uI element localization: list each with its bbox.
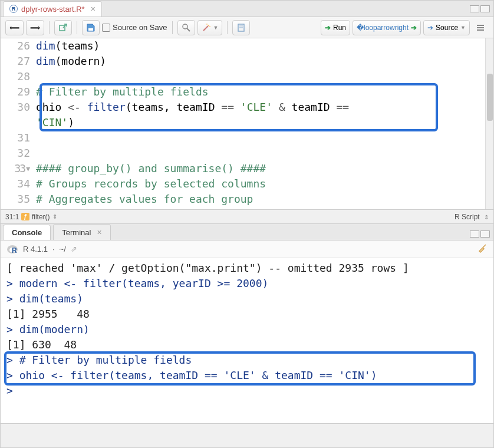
scrollbar-thumb[interactable] bbox=[487, 74, 493, 121]
console-output[interactable]: [ reached 'max' / getOption("max.print")… bbox=[1, 258, 493, 423]
console-line: [ reached 'max' / getOption("max.print")… bbox=[6, 261, 488, 276]
toolbar-separator bbox=[172, 21, 173, 34]
svg-point-6 bbox=[206, 24, 208, 25]
source-on-save-checkbox[interactable] bbox=[102, 24, 110, 32]
source-button-label: Source bbox=[436, 24, 458, 32]
toolbar-separator bbox=[77, 21, 77, 34]
clear-console-button[interactable] bbox=[477, 243, 488, 255]
svg-rect-1 bbox=[88, 28, 93, 31]
console-line: > bbox=[6, 383, 488, 398]
r-file-icon: R bbox=[9, 5, 18, 13]
console-line: [1] 2955 48 bbox=[6, 307, 488, 322]
code-area[interactable]: dim(teams)dim(modern)# Filter by multipl… bbox=[36, 38, 493, 209]
run-button-label: Run bbox=[333, 24, 346, 32]
forward-button[interactable]: ⟹ bbox=[26, 20, 44, 35]
code-line[interactable] bbox=[36, 69, 483, 84]
code-tools-button[interactable]: ▼ bbox=[197, 20, 223, 35]
editor-scrollbar[interactable] bbox=[485, 38, 493, 209]
maximize-pane-icon[interactable] bbox=[480, 5, 490, 12]
tab-terminal[interactable]: Terminal × bbox=[53, 224, 110, 240]
filetype-label[interactable]: R Script ⇕ bbox=[455, 213, 489, 221]
line-number: 35 bbox=[1, 192, 30, 207]
context-sort-icon: ⇕ bbox=[52, 213, 57, 220]
console-line: > dim(modern) bbox=[6, 322, 488, 337]
svg-text:R: R bbox=[12, 246, 17, 255]
tab-console-label: Console bbox=[12, 228, 42, 237]
pane-window-controls bbox=[470, 230, 493, 240]
dropdown-caret-icon: ▼ bbox=[213, 25, 219, 31]
wand-icon bbox=[202, 23, 211, 32]
rerun-button[interactable]: �looparrowright ➔ bbox=[353, 20, 421, 35]
console-tabbar: Console Terminal × bbox=[1, 224, 493, 241]
editor-statusbar: 31:1 ƒ filter() ⇕ R Script ⇕ bbox=[1, 209, 493, 223]
pane-window-controls bbox=[470, 5, 493, 12]
editor-tabbar: R dplyr-rows-start.R* × bbox=[1, 1, 493, 17]
find-button[interactable] bbox=[177, 20, 195, 35]
toolbar-separator bbox=[227, 21, 228, 34]
line-number: 34 bbox=[1, 176, 30, 192]
line-number bbox=[1, 115, 30, 130]
save-icon bbox=[86, 23, 95, 32]
console-line: > modern <- filter(teams, yearID >= 2000… bbox=[6, 276, 488, 291]
svg-point-2 bbox=[183, 24, 187, 29]
source-arrow-icon: ➔ bbox=[427, 24, 433, 32]
toolbar-separator bbox=[49, 21, 50, 34]
run-button[interactable]: ➔ Run bbox=[321, 20, 350, 35]
console-line: > ohio <- filter(teams, teamID == 'CLE' … bbox=[6, 368, 488, 383]
code-line[interactable]: # Filter by multiple fields bbox=[36, 84, 483, 100]
rerun-icon: �looparrowright bbox=[357, 24, 409, 32]
code-line[interactable]: dim(modern) bbox=[36, 54, 483, 69]
line-number: 29 bbox=[1, 84, 30, 100]
rerun-arrow-icon: ➔ bbox=[411, 24, 417, 32]
file-tab-label: dplyr-rows-start.R* bbox=[21, 5, 85, 14]
save-button[interactable] bbox=[82, 20, 100, 35]
source-button[interactable]: ➔ Source ▼ bbox=[423, 20, 470, 35]
popout-icon bbox=[58, 23, 68, 32]
line-number: 31 bbox=[1, 130, 30, 146]
close-icon[interactable]: × bbox=[91, 4, 95, 14]
console-line: > dim(teams) bbox=[6, 291, 488, 307]
tab-console[interactable]: Console bbox=[3, 225, 51, 240]
notebook-icon bbox=[236, 23, 246, 32]
line-number: 32 bbox=[1, 146, 30, 161]
back-button[interactable]: ⟸ bbox=[5, 20, 24, 35]
line-number: 30 bbox=[1, 100, 30, 115]
filetype-sort-icon: ⇕ bbox=[484, 214, 489, 220]
code-line[interactable]: dim(teams) bbox=[36, 38, 483, 54]
show-in-new-window-button[interactable] bbox=[54, 20, 72, 35]
close-icon[interactable]: × bbox=[97, 228, 101, 237]
share-icon[interactable]: ⇗ bbox=[71, 245, 77, 253]
maximize-pane-icon[interactable] bbox=[480, 230, 490, 238]
r-version: R 4.1.1 bbox=[23, 245, 48, 253]
cursor-position: 31:1 bbox=[5, 213, 19, 221]
broom-icon bbox=[477, 243, 488, 253]
svg-point-5 bbox=[208, 25, 209, 26]
file-tab[interactable]: R dplyr-rows-start.R* × bbox=[3, 1, 102, 17]
minimize-pane-icon[interactable] bbox=[470, 5, 479, 12]
path-separator: · bbox=[52, 245, 55, 253]
working-dir[interactable]: ~/ bbox=[60, 245, 66, 253]
minimize-pane-icon[interactable] bbox=[470, 230, 479, 238]
svg-line-4 bbox=[203, 26, 208, 31]
console-line: [1] 630 48 bbox=[6, 337, 488, 353]
outline-icon bbox=[476, 23, 485, 32]
compile-report-button[interactable] bbox=[232, 20, 250, 35]
function-badge-icon: ƒ bbox=[21, 213, 29, 220]
code-line[interactable]: #### group_by() and summarise() #### bbox=[36, 161, 483, 176]
line-number: 27 bbox=[1, 54, 30, 69]
outline-button[interactable] bbox=[472, 20, 489, 35]
scope-context[interactable]: filter() bbox=[32, 213, 50, 221]
code-editor[interactable]: 2627282930313233▾3435 dim(teams)dim(mode… bbox=[1, 38, 493, 209]
tab-terminal-label: Terminal bbox=[62, 228, 91, 237]
code-line[interactable]: # Groups records by selected columns bbox=[36, 176, 483, 192]
console-line: > # Filter by multiple fields bbox=[6, 353, 488, 368]
code-line[interactable] bbox=[36, 146, 483, 161]
code-line[interactable]: # Aggregates values for each group bbox=[36, 192, 483, 207]
source-on-save-label: Source on Save bbox=[113, 23, 167, 32]
r-logo-icon: R bbox=[6, 243, 18, 255]
code-line[interactable]: ohio <- filter(teams, teamID == 'CLE' & … bbox=[36, 100, 483, 115]
code-line[interactable]: 'CIN') bbox=[36, 115, 483, 130]
line-number: 26 bbox=[1, 38, 30, 54]
code-line[interactable] bbox=[36, 130, 483, 146]
source-pane: R dplyr-rows-start.R* × ⟸ ⟹ Source on Sa… bbox=[1, 1, 493, 224]
